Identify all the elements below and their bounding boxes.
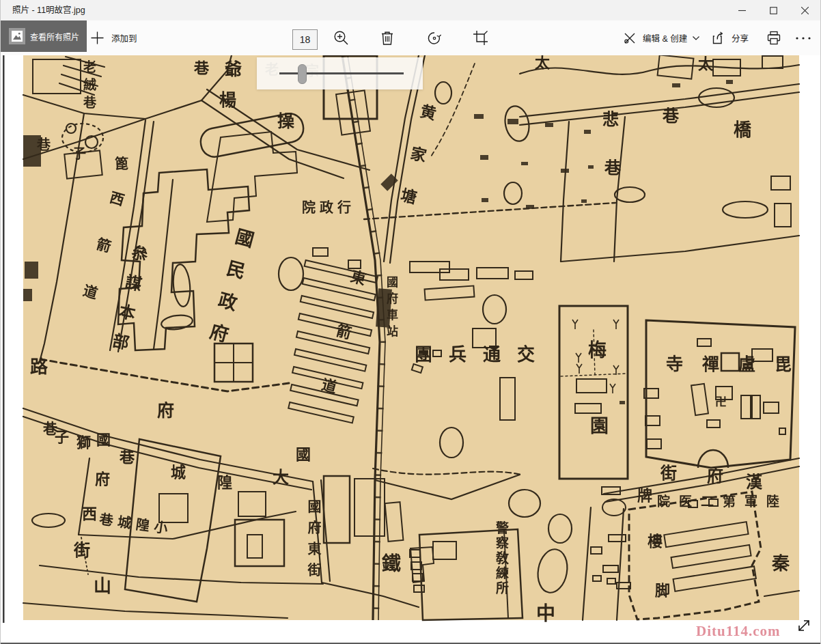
more-button[interactable]	[795, 20, 811, 55]
add-icon	[91, 31, 104, 44]
expand-icon	[795, 617, 813, 634]
zoom-in-icon	[333, 30, 349, 46]
zoom-in-button[interactable]	[333, 20, 349, 55]
photos-app-window: { "window": { "title": "照片 - 11明故宫.jpg" …	[0, 0, 821, 644]
print-button[interactable]	[766, 20, 781, 55]
watermark: Ditu114.com	[696, 623, 781, 640]
crop-icon	[473, 30, 488, 46]
minimize-icon	[738, 7, 746, 14]
add-to-button[interactable]: 添加到	[91, 20, 137, 55]
view-all-photos-button[interactable]: 查看所有照片	[1, 20, 87, 52]
zoom-slider-overlay	[257, 57, 423, 89]
maximize-button[interactable]	[757, 0, 789, 20]
close-button[interactable]	[789, 0, 820, 20]
minimize-button[interactable]	[726, 0, 757, 20]
zoom-value-box[interactable]: 18	[292, 29, 318, 50]
map-paper	[23, 55, 799, 620]
map-image[interactable]	[1, 55, 821, 623]
fullscreen-button[interactable]	[793, 615, 815, 636]
edit-icon	[623, 31, 637, 45]
more-icon	[795, 36, 811, 40]
share-icon	[711, 31, 725, 45]
trash-icon	[380, 30, 395, 46]
edit-create-button[interactable]: 编辑 & 创建	[623, 20, 699, 55]
maximize-icon	[770, 7, 777, 14]
close-icon	[801, 7, 809, 14]
edit-create-label: 编辑 & 创建	[643, 31, 687, 44]
delete-button[interactable]	[380, 20, 395, 55]
share-button[interactable]: 分享	[711, 20, 749, 55]
share-label: 分享	[732, 31, 749, 44]
photo-viewport[interactable]	[1, 55, 821, 643]
zoom-slider-thumb[interactable]	[298, 64, 307, 84]
print-icon	[766, 31, 781, 46]
window-title: 照片 - 11明故宫.jpg	[12, 0, 85, 20]
view-all-photos-label: 查看所有照片	[30, 31, 79, 42]
window-controls	[726, 0, 820, 20]
crop-button[interactable]	[473, 20, 488, 55]
add-to-label: 添加到	[111, 31, 137, 44]
rotate-icon	[426, 30, 443, 46]
chevron-down-icon	[693, 36, 699, 40]
titlebar[interactable]: 照片 - 11明故宫.jpg	[1, 0, 820, 20]
rotate-button[interactable]	[426, 20, 443, 55]
photo-gallery-icon	[9, 28, 25, 44]
toolbar: 查看所有照片 添加到 18	[1, 20, 820, 55]
